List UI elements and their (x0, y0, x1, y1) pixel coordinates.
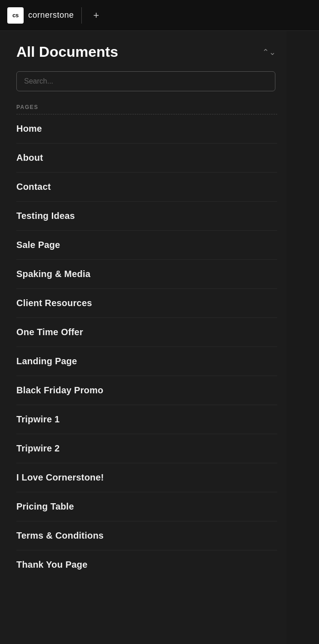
list-item[interactable]: About (16, 144, 277, 173)
list-item[interactable]: Thank You Page (16, 550, 277, 579)
list-item[interactable]: Sale Page (16, 231, 277, 260)
app-name: cornerstone (28, 10, 74, 20)
pages-list: HomeAboutContactTesting IdeasSale PageSp… (16, 114, 277, 579)
list-item[interactable]: Client Resources (16, 289, 277, 318)
search-input[interactable] (16, 71, 275, 91)
app-header: cs cornerstone + (0, 0, 319, 31)
header-divider (81, 7, 82, 24)
sidebar: All Documents ⌃⌄ PAGES HomeAboutContactT… (0, 31, 286, 644)
list-item[interactable]: Black Friday Promo (16, 376, 277, 405)
list-item[interactable]: I Love Cornerstone! (16, 463, 277, 492)
list-item[interactable]: Landing Page (16, 347, 277, 376)
list-item[interactable]: Tripwire 2 (16, 434, 277, 463)
list-item[interactable]: Pricing Table (16, 492, 277, 521)
list-item[interactable]: Home (16, 114, 277, 144)
list-item[interactable]: One Time Offer (16, 318, 277, 347)
sort-icon[interactable]: ⌃⌄ (261, 44, 277, 60)
list-item[interactable]: Spaking & Media (16, 260, 277, 289)
list-item[interactable]: Contact (16, 173, 277, 202)
sidebar-title-row: All Documents ⌃⌄ (16, 44, 277, 60)
pages-section-label: PAGES (16, 104, 277, 110)
list-item[interactable]: Terms & Conditions (16, 521, 277, 550)
logo-area: cs cornerstone (7, 7, 74, 24)
logo-icon: cs (7, 7, 24, 24)
list-item[interactable]: Tripwire 1 (16, 405, 277, 434)
sidebar-title: All Documents (16, 44, 118, 60)
list-item[interactable]: Testing Ideas (16, 202, 277, 231)
add-document-button[interactable]: + (89, 8, 104, 23)
